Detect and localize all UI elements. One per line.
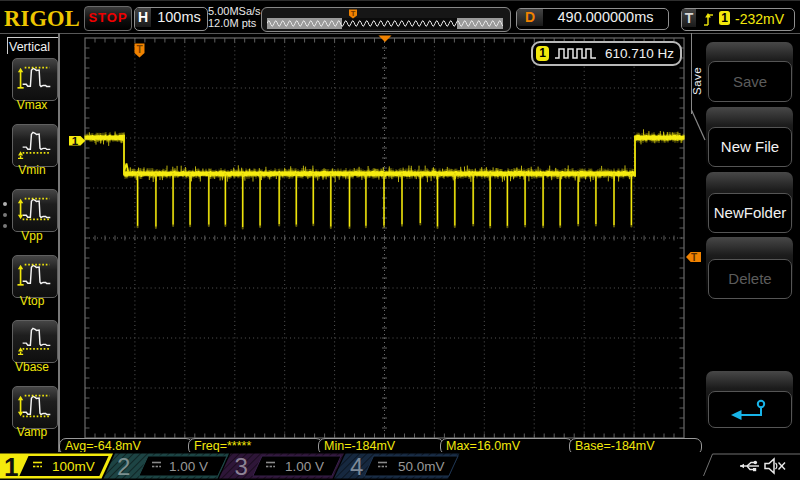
svg-text:4: 4 xyxy=(350,453,363,480)
svg-text:1.00 V: 1.00 V xyxy=(285,459,324,474)
svg-text:1.00 V: 1.00 V xyxy=(169,459,208,474)
svg-text:1: 1 xyxy=(4,452,18,480)
svg-text:100mV: 100mV xyxy=(52,459,95,474)
svg-text:50.0mV: 50.0mV xyxy=(398,459,445,474)
svg-text:1: 1 xyxy=(72,135,79,147)
svg-text:T: T xyxy=(136,44,142,55)
svg-text:2: 2 xyxy=(117,453,130,480)
svg-text:3: 3 xyxy=(235,453,248,480)
svg-text:T: T xyxy=(691,252,697,263)
